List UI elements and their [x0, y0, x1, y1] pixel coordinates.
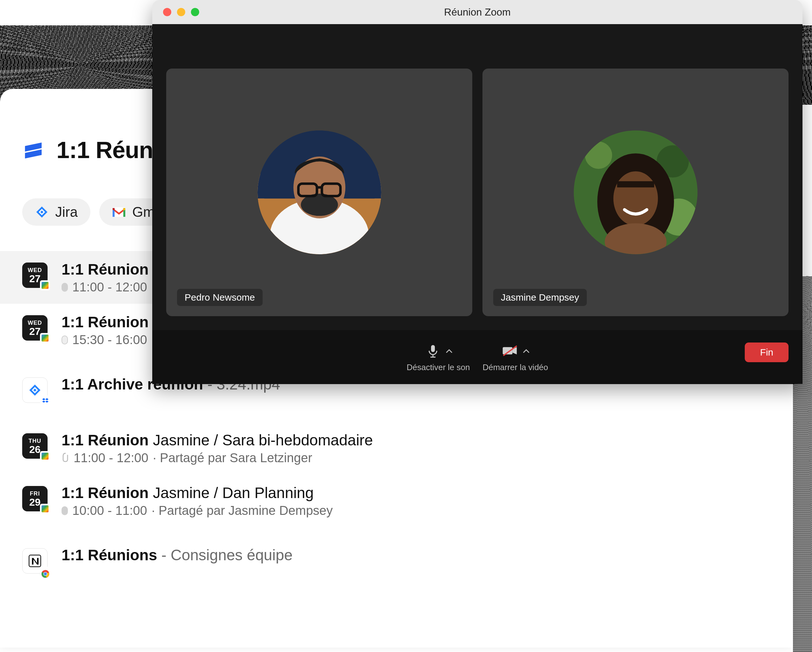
app-logo-icon	[22, 139, 44, 161]
video-control[interactable]: Démarrer la vidéo	[482, 342, 548, 372]
item-title-bold: 1:1 Réunion	[61, 261, 149, 278]
file-jira-icon	[22, 377, 47, 403]
gmail-icon	[112, 205, 126, 219]
video-off-icon	[501, 342, 519, 359]
result-item[interactable]: 1:1 Réunions - Consignes équipe	[0, 527, 793, 583]
attachment-icon	[61, 451, 69, 465]
zoom-window: Réunion Zoom	[152, 0, 803, 384]
file-notion-icon	[22, 548, 47, 574]
svg-marker-9	[42, 398, 45, 400]
participant-name-tag: Pedro Newsome	[177, 289, 263, 306]
svg-marker-11	[42, 401, 45, 403]
svg-point-17	[44, 572, 47, 575]
item-title-bold: 1:1 Réunion	[61, 484, 149, 501]
svg-marker-10	[45, 398, 49, 400]
window-close-icon[interactable]	[163, 8, 171, 16]
window-traffic-lights[interactable]	[163, 8, 199, 16]
result-item[interactable]: FRI 29 1:1 Réunion Jasmine / Dan Plannin…	[0, 474, 793, 527]
item-title-suffix: - Consignes équipe	[157, 546, 292, 563]
item-time: 11:00 - 12:00	[73, 451, 148, 465]
end-meeting-button[interactable]: Fin	[745, 343, 789, 362]
participant-tile[interactable]: Jasmine Dempsey	[482, 69, 789, 316]
calendar-date-icon: WED 27	[22, 315, 47, 341]
mute-label: Désactiver le son	[407, 363, 470, 372]
item-title-bold: 1:1 Réunion	[61, 432, 149, 448]
avatar	[574, 130, 698, 254]
video-grid: Pedro Newsome	[152, 24, 803, 330]
zoom-titlebar[interactable]: Réunion Zoom	[152, 0, 803, 24]
video-label: Démarrer la vidéo	[482, 363, 548, 372]
svg-point-29	[585, 142, 612, 169]
microphone-icon	[424, 342, 441, 359]
svg-point-33	[613, 171, 658, 226]
item-title-bold: 1:1 Réunions	[61, 546, 157, 563]
google-calendar-badge-icon	[41, 281, 49, 290]
svg-rect-36	[431, 345, 435, 352]
avatar	[258, 130, 381, 254]
chrome-badge-icon	[41, 567, 50, 576]
filter-chip-jira[interactable]: Jira	[22, 198, 90, 226]
chevron-up-icon[interactable]	[446, 347, 452, 355]
status-dot-icon	[61, 506, 68, 515]
status-dot-icon	[61, 335, 68, 344]
participant-tile[interactable]: Pedro Newsome	[166, 69, 472, 316]
zoom-window-title: Réunion Zoom	[444, 6, 511, 18]
google-calendar-badge-icon	[41, 504, 49, 513]
item-time: 11:00 - 12:00	[72, 280, 147, 294]
item-time: 15:30 - 16:00	[72, 333, 147, 347]
item-title-bold: 1:1 Réunion	[61, 314, 149, 331]
calendar-date-icon: WED 27	[22, 263, 47, 288]
google-calendar-badge-icon	[41, 334, 49, 343]
zoom-toolbar: Désactiver le son Démarrer la vidéo Fin	[152, 330, 803, 384]
item-title-rest: Jasmine / Dan Planning	[149, 484, 314, 501]
participant-name-tag: Jasmine Dempsey	[493, 289, 587, 306]
calendar-date-icon: THU 26	[22, 433, 47, 459]
jira-icon	[35, 205, 49, 219]
window-minimize-icon[interactable]	[177, 8, 185, 16]
mute-control[interactable]: Désactiver le son	[407, 342, 470, 372]
google-calendar-badge-icon	[41, 452, 49, 461]
calendar-date-icon: FRI 29	[22, 486, 47, 511]
item-title-rest: Jasmine / Sara bi-hebdomadaire	[149, 432, 373, 448]
item-time: 10:00 - 11:00	[72, 504, 147, 518]
result-item[interactable]: THU 26 1:1 Réunion Jasmine / Sara bi-heb…	[0, 422, 793, 474]
status-dot-icon	[61, 283, 68, 292]
chevron-up-icon[interactable]	[523, 347, 530, 355]
svg-rect-34	[617, 181, 654, 188]
chip-label: Jira	[55, 204, 78, 220]
item-meta-extra: · Partagé par Jasmine Dempsey	[152, 504, 333, 518]
svg-marker-12	[45, 401, 49, 403]
dropbox-badge-icon	[41, 396, 50, 405]
item-meta-extra: · Partagé par Sara Letzinger	[153, 451, 313, 465]
window-zoom-icon[interactable]	[191, 8, 199, 16]
